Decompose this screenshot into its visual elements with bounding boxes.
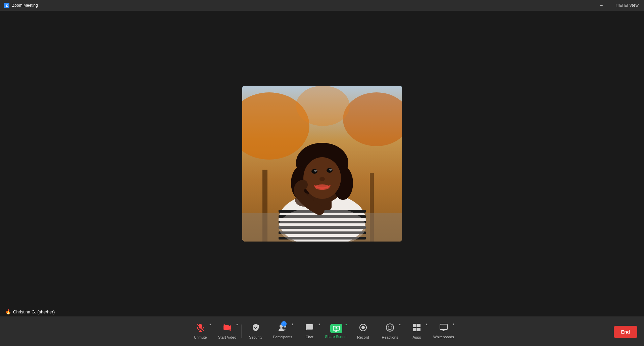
whiteboard-icon (439, 323, 448, 334)
svg-point-44 (361, 326, 365, 329)
share-screen-caret-icon[interactable]: ▲ (345, 322, 348, 326)
reactions-icon (386, 323, 394, 334)
muted-indicator-icon: 🔥 (5, 309, 11, 314)
svg-point-28 (315, 184, 330, 190)
reactions-label: Reactions (382, 335, 398, 339)
whiteboards-button[interactable]: ▲ Whiteboards (430, 316, 457, 346)
zoom-logo-icon: Z (4, 3, 9, 8)
video-frame (242, 86, 402, 242)
svg-rect-52 (440, 324, 447, 330)
svg-point-24 (327, 168, 333, 173)
main-video-area (0, 11, 644, 316)
microphone-muted-icon (196, 323, 205, 334)
participant-count-badge: 1 (281, 321, 287, 327)
svg-point-5 (296, 86, 350, 126)
whiteboards-caret-icon[interactable]: ▲ (452, 322, 455, 326)
security-shield-toolbar-icon (252, 323, 260, 334)
security-button[interactable]: Security (242, 316, 269, 346)
titlebar: Z Zoom Meeting − □ ✕ (0, 0, 644, 11)
chat-button[interactable]: ▲ Chat (296, 316, 323, 346)
start-video-label: Start Video (218, 335, 236, 339)
reactions-button[interactable]: ▲ Reactions (377, 316, 403, 346)
record-icon (359, 323, 367, 334)
start-video-button[interactable]: ▲ Start Video (214, 316, 241, 346)
svg-rect-51 (417, 328, 420, 331)
share-screen-label: Share Screen (325, 335, 347, 339)
apps-caret-icon[interactable]: ▲ (425, 322, 428, 326)
participant-video (242, 86, 402, 242)
svg-rect-36 (224, 325, 229, 330)
toolbar-separator-1 (241, 325, 242, 338)
apps-label: Apps (412, 335, 421, 339)
participants-button[interactable]: 1 ▲ Participants (269, 316, 296, 346)
video-caret-icon[interactable]: ▲ (236, 322, 239, 326)
apps-button[interactable]: ▲ Apps (403, 316, 430, 346)
svg-rect-48 (413, 324, 416, 327)
participants-label: Participants (273, 335, 292, 339)
participants-caret-icon[interactable]: ▲ (291, 322, 294, 326)
participant-name-label: 🔥 Christina G. (she/her) (5, 309, 55, 314)
unmute-button[interactable]: ▲ Unmute (187, 316, 214, 346)
svg-point-47 (391, 327, 392, 328)
security-label: Security (249, 335, 262, 339)
chat-caret-icon[interactable]: ▲ (318, 322, 321, 326)
unmute-label: Unmute (194, 335, 207, 339)
whiteboards-label: Whiteboards (433, 335, 454, 339)
svg-point-25 (314, 170, 317, 172)
view-button[interactable]: ⊞ ⊞ View (619, 3, 639, 8)
toolbar: ▲ Unmute ▲ Start Video Security (0, 316, 644, 346)
participant-name: Christina G. (she/her) (13, 309, 55, 314)
svg-point-23 (311, 169, 317, 174)
svg-point-46 (388, 327, 389, 328)
chat-label: Chat (305, 335, 313, 339)
svg-text:Z: Z (6, 4, 8, 7)
reactions-caret-icon[interactable]: ▲ (398, 322, 401, 326)
camera-off-icon (223, 323, 232, 334)
window-title: Zoom Meeting (12, 3, 38, 8)
svg-point-27 (319, 177, 325, 181)
view-label: ⊞ View (624, 3, 639, 8)
share-screen-icon (330, 324, 342, 333)
chat-icon (305, 323, 314, 334)
apps-icon (412, 323, 421, 334)
end-meeting-button[interactable]: End (614, 326, 637, 338)
svg-point-45 (386, 324, 394, 331)
record-label: Record (357, 335, 369, 339)
svg-point-26 (329, 169, 332, 171)
share-screen-button[interactable]: ▲ Share Screen (323, 316, 350, 346)
svg-rect-50 (413, 328, 416, 331)
svg-rect-49 (417, 324, 420, 327)
minimize-button[interactable]: − (594, 0, 609, 11)
record-button[interactable]: Record (350, 316, 377, 346)
svg-rect-40 (306, 324, 313, 330)
view-grid-icon: ⊞ (619, 3, 623, 8)
unmute-caret-icon[interactable]: ▲ (209, 322, 212, 326)
